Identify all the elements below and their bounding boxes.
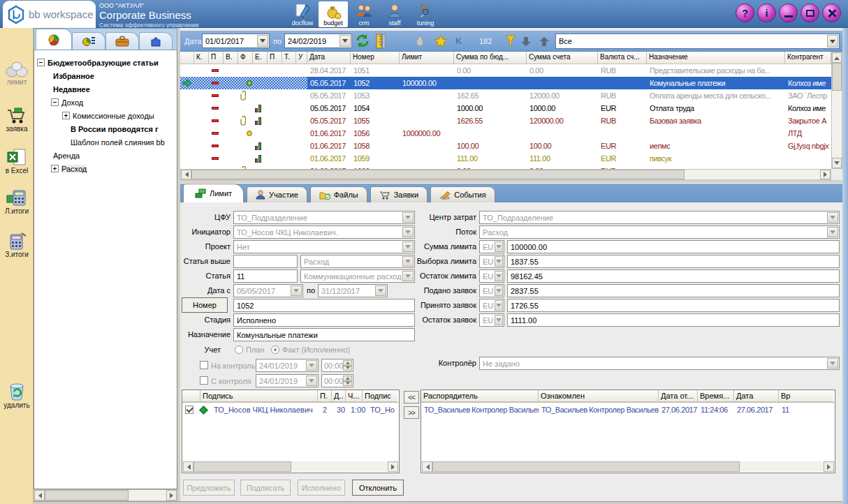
oncontrol-date-select[interactable]: 24/01/2019 <box>256 359 319 372</box>
dropdown-icon[interactable] <box>495 271 503 281</box>
sidebar-item-delete[interactable]: удалить <box>0 380 34 409</box>
signature-row[interactable]: ТО_Носов ЧКЦ Николаевич 2 30 1:00 ТО_Но <box>182 403 399 417</box>
manager-row[interactable]: ТО_Васильев Контролер Васильевич ТО_Васи… <box>421 403 835 417</box>
scroll-right-icon[interactable] <box>388 461 398 472</box>
sidebar-item-excel[interactable]: в Excel <box>0 148 34 175</box>
dropdown-icon[interactable] <box>339 35 351 47</box>
dropdown-icon[interactable] <box>827 212 838 223</box>
flow-select[interactable]: Расход <box>479 225 840 239</box>
limit-pick-currency-select[interactable]: EUR <box>479 255 504 268</box>
table-row[interactable]: 05.05.201710551626.55120000.00RUBБазовая… <box>180 114 831 127</box>
expand-icon[interactable] <box>51 165 59 172</box>
filter-button[interactable] <box>504 34 517 49</box>
help-button[interactable]: ? <box>736 3 754 22</box>
fromcontrol-checkbox[interactable] <box>200 376 208 385</box>
dropdown-icon[interactable] <box>257 35 268 47</box>
app-staff[interactable]: staff <box>380 1 409 27</box>
app-crm[interactable]: crm <box>349 1 379 27</box>
table-row[interactable]: 01.06.201710561000000.00ЛТД <box>180 127 831 140</box>
dropdown-icon[interactable] <box>827 35 838 47</box>
sign-button[interactable]: Подписать <box>240 480 291 496</box>
scroll-right-icon[interactable] <box>820 170 831 179</box>
stage-field[interactable]: Исполнено <box>233 313 415 327</box>
tab-events[interactable]: События <box>430 186 495 202</box>
favorite-button[interactable] <box>434 34 448 49</box>
table-row[interactable]: 01.06.20171059111.00111.00EURпивсук <box>180 152 831 165</box>
date-to-select[interactable]: 24/02/2019 <box>284 34 352 48</box>
move-up-button[interactable] <box>538 36 550 48</box>
propose-button[interactable]: Предложить <box>183 480 235 496</box>
plan-radio[interactable] <box>235 346 243 354</box>
measure-button[interactable] <box>375 34 387 50</box>
submitted-field[interactable]: 2837.55 <box>507 284 840 297</box>
move-all-right-button[interactable]: >> <box>404 406 419 419</box>
rest-field[interactable]: 1111.00 <box>507 313 840 327</box>
tab-limit[interactable]: Лимит <box>183 184 244 202</box>
dropdown-icon[interactable] <box>291 286 302 296</box>
managers-horizontal-scrollbar[interactable] <box>422 461 834 472</box>
scroll-left-icon[interactable] <box>34 490 45 501</box>
number-field[interactable]: 1052 <box>233 299 415 312</box>
cost-center-select[interactable]: ТО_Подразделение <box>479 211 840 224</box>
number-button[interactable]: Номер <box>182 297 228 313</box>
sidebar-item-limit-totals[interactable]: Л.итоги <box>0 188 34 215</box>
tree-item-merge-template[interactable]: Шаблон полей слияния bb <box>34 135 177 149</box>
dropdown-icon[interactable] <box>495 242 503 252</box>
tab-files[interactable]: Файлы <box>310 186 367 202</box>
app-budget[interactable]: budget <box>319 1 348 27</box>
table-row[interactable]: 05.05.20171053162.6512000.00RUBОплата ар… <box>180 89 831 102</box>
info-button[interactable]: i <box>757 3 776 22</box>
tree-item-rent[interactable]: Аренда <box>34 149 177 162</box>
close-button[interactable] <box>822 3 841 22</box>
scroll-left-icon[interactable] <box>183 461 193 472</box>
submitted-currency-select[interactable]: EUR <box>479 284 504 297</box>
hot-button[interactable] <box>415 34 425 49</box>
scroll-left-icon[interactable] <box>181 170 191 179</box>
dropdown-icon[interactable] <box>306 360 317 371</box>
limit-sum-currency-select[interactable]: EUR <box>479 240 504 253</box>
accepted-field[interactable]: 1726.55 <box>507 299 840 312</box>
tab-requests[interactable]: Заявки <box>370 186 428 202</box>
tab-participation[interactable]: Участие <box>247 186 307 202</box>
tree-tab-budget-articles[interactable] <box>36 29 72 50</box>
app-tuning[interactable]: tuning <box>411 1 440 27</box>
table-row[interactable]: 05.05.201710541000.001000.00EURОтлата тр… <box>180 102 831 114</box>
spinner-icons[interactable] <box>343 376 352 386</box>
tree-item-recent[interactable]: Недавнее <box>34 82 177 96</box>
accepted-currency-select[interactable]: EUR <box>479 299 504 312</box>
article-field[interactable]: 11 <box>233 269 298 283</box>
form-date-from-select[interactable]: 05/05/2017 <box>233 284 303 297</box>
dropdown-icon[interactable] <box>495 256 503 267</box>
tree-item-commission-income[interactable]: Комиссионные доходы <box>34 109 177 122</box>
oncontrol-time-stepper[interactable]: 00:00 <box>321 359 353 372</box>
dropdown-icon[interactable] <box>495 300 503 311</box>
purpose-field[interactable]: Комунальные платежи <box>233 328 415 341</box>
dropdown-icon[interactable] <box>495 315 503 325</box>
refresh-button[interactable] <box>355 34 370 50</box>
signature-checkbox[interactable] <box>185 406 193 414</box>
tree-item-income[interactable]: Доход <box>34 96 177 109</box>
scrollbar-thumb[interactable] <box>45 490 129 501</box>
executed-button[interactable]: Исполнено <box>298 480 345 496</box>
tree-item-root[interactable]: Бюджетообразующие статьи <box>34 56 177 69</box>
grid-horizontal-scrollbar[interactable] <box>180 169 831 180</box>
oncontrol-checkbox[interactable] <box>200 361 208 369</box>
limit-sum-field[interactable]: 100000.00 <box>507 240 840 253</box>
sidebar-item-limit[interactable]: лимит <box>0 60 34 86</box>
project-select[interactable]: Нет <box>233 240 415 253</box>
dropdown-icon[interactable] <box>827 358 838 369</box>
tree-tab-plugins[interactable] <box>139 32 173 50</box>
scroll-up-icon[interactable] <box>832 52 842 63</box>
tree-item-favorites[interactable]: Избранное <box>34 69 177 82</box>
fact-radio[interactable] <box>271 346 279 354</box>
tree-horizontal-scrollbar[interactable] <box>34 489 177 501</box>
move-down-button[interactable] <box>520 36 532 48</box>
expand-icon[interactable] <box>62 112 70 119</box>
tree-tab-reports[interactable] <box>72 32 105 50</box>
rest-currency-select[interactable]: EUR <box>479 313 504 327</box>
table-row[interactable]: 01.06.20171058100.00100.00EURиепмсGj,fys… <box>180 140 831 152</box>
maximize-button[interactable] <box>801 3 819 22</box>
filter-select[interactable]: Все <box>555 34 840 49</box>
grid-vertical-scrollbar[interactable] <box>831 52 842 169</box>
scroll-right-icon[interactable] <box>166 490 177 501</box>
